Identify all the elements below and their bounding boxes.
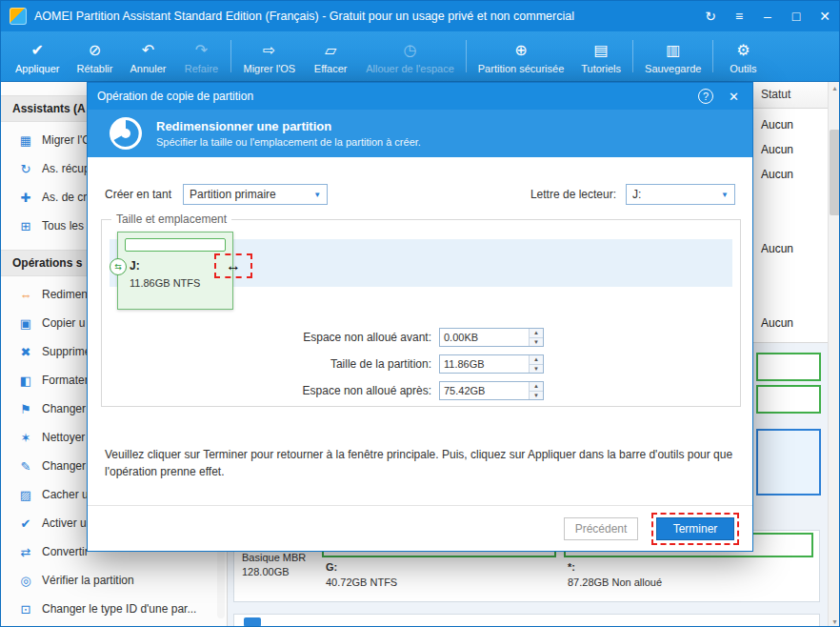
sync-icon[interactable]: ↻ xyxy=(696,1,725,31)
toolbar-label: Sauvegarde xyxy=(645,63,701,74)
allocate-space-icon: ◷ xyxy=(403,39,416,62)
dialog-form-row: Créer en tant Partition primaire Lettre … xyxy=(105,184,735,205)
create-as-select[interactable]: Partition primaire xyxy=(183,184,328,205)
partition-label[interactable]: *: xyxy=(568,561,575,573)
resize-icon: ⇔ xyxy=(18,288,33,302)
list-row[interactable] xyxy=(761,261,822,286)
tutorials-icon: ▤ xyxy=(594,39,609,62)
close-icon[interactable]: ✕ xyxy=(725,90,743,104)
toolbar-label: Effacer xyxy=(314,63,348,74)
aomei-pie-icon xyxy=(109,116,143,151)
spin-up-icon[interactable] xyxy=(530,329,543,338)
spin-up-icon[interactable] xyxy=(530,355,543,365)
field-unallocated-after: Espace non alloué après: 75.42GB xyxy=(226,381,544,400)
partition-bar[interactable] xyxy=(756,385,821,414)
partition-bar[interactable] xyxy=(756,353,821,381)
window-controls: ↻ ≡ – □ ✕ xyxy=(696,1,839,31)
unallocated-before-input[interactable]: 0.00KB xyxy=(439,328,544,347)
sidebar-item-label: Changer le type ID d'une par... xyxy=(42,602,196,616)
list-row[interactable]: Aucun xyxy=(761,162,822,187)
toolbar-label: Appliquer xyxy=(15,63,59,74)
toolbar-outils[interactable]: ⚙ Outils xyxy=(716,31,770,81)
unallocated-after-input[interactable]: 75.42GB xyxy=(439,381,544,400)
sidebar-item-label: Changer xyxy=(42,459,86,473)
toolbar-effacer[interactable]: ▱ Effacer xyxy=(304,31,357,81)
toolbar-label: Outils xyxy=(730,63,756,74)
toolbar: ✔ Appliquer ⊘ Rétablir ↶ Annuler ↷ Refai… xyxy=(1,31,839,82)
partition-size-input[interactable]: 11.86GB xyxy=(439,354,544,374)
scroll-down-icon[interactable] xyxy=(829,616,840,627)
vertical-scrollbar[interactable] xyxy=(828,82,840,627)
toolbar-separator xyxy=(712,40,713,72)
partition-bar-selected[interactable] xyxy=(756,429,821,496)
list-row[interactable]: Aucun xyxy=(761,112,822,137)
field-label: Espace non alloué avant: xyxy=(226,331,431,344)
sidebar-item-label: Migrer l'O xyxy=(42,133,91,147)
toolbar-tutoriels[interactable]: ▤ Tutoriels xyxy=(572,31,630,81)
scroll-up-icon[interactable] xyxy=(829,82,840,94)
field-label: Espace non alloué après: xyxy=(226,384,431,397)
sidebar-item-label: Convertir xyxy=(42,545,89,558)
list-row[interactable] xyxy=(761,286,822,311)
chevron-down-icon xyxy=(721,191,729,199)
list-row[interactable] xyxy=(761,212,822,236)
minimize-button[interactable]: – xyxy=(753,1,782,31)
list-row[interactable]: Aucun xyxy=(761,311,822,335)
toolbar-appliquer[interactable]: ✔ Appliquer xyxy=(7,31,68,81)
spin-down-icon[interactable] xyxy=(530,338,543,347)
list-row[interactable]: Aucun xyxy=(761,137,822,162)
undo-icon: ↶ xyxy=(142,39,154,62)
list-row[interactable]: Aucun xyxy=(761,236,822,261)
drive-letter-select[interactable]: J: xyxy=(626,184,735,205)
field-value[interactable]: 75.42GB xyxy=(440,382,529,399)
partition-preview-block[interactable]: J: 11.86GB NTFS ⇆ ↔ xyxy=(117,232,233,310)
delete-icon: ✖ xyxy=(18,345,33,359)
column-header-statut: Statut xyxy=(761,88,790,101)
toolbar-separator xyxy=(230,40,231,72)
toolbar-annuler[interactable]: ↶ Annuler xyxy=(121,31,174,81)
toolbar-partition-securisee[interactable]: ⊕ Partition sécurisée xyxy=(470,31,573,81)
dialog-title: Opération de copie de partition xyxy=(97,90,253,103)
resize-highlight-box[interactable]: ↔ xyxy=(214,253,252,278)
migrate-os-icon: ⇨ xyxy=(263,39,275,62)
field-value[interactable]: 11.86GB xyxy=(440,355,529,373)
finish-button[interactable]: Terminer xyxy=(656,517,734,540)
scrollbar-thumb[interactable] xyxy=(830,130,840,215)
toolbar-label: Rétablir xyxy=(77,63,113,74)
all-tools-icon: ⊞ xyxy=(18,219,33,233)
disk-type: Basique MBR xyxy=(242,551,330,565)
toolbar-sauvegarde[interactable]: ▥ Sauvegarde xyxy=(636,31,710,81)
toolbar-migrer-os[interactable]: ⇨ Migrer l'OS xyxy=(234,31,304,81)
field-value[interactable]: 0.00KB xyxy=(440,329,529,346)
sidebar-item-check-partition[interactable]: ◎ Vérifier la partition xyxy=(1,566,227,595)
list-row[interactable] xyxy=(761,187,822,212)
disk-row-partial[interactable] xyxy=(233,614,820,627)
sidebar-item-label: Activer u xyxy=(42,516,87,530)
help-icon[interactable]: ? xyxy=(698,89,713,104)
toolbar-separator xyxy=(632,40,633,72)
move-handle-icon[interactable]: ⇆ xyxy=(110,258,127,275)
toolbar-retablir[interactable]: ⊘ Rétablir xyxy=(68,31,121,81)
size-location-group: Taille et emplacement J: 11.86GB NTFS ⇆ … xyxy=(101,219,741,407)
close-button[interactable]: ✕ xyxy=(810,1,839,31)
disk-icon xyxy=(244,617,261,627)
sidebar-item-label: Formater xyxy=(42,374,89,387)
sidebar-item-label: Copier u xyxy=(42,316,85,330)
spin-down-icon[interactable] xyxy=(530,365,543,374)
wipe-icon: ▱ xyxy=(325,39,336,62)
sidebar-item-label: As. récup xyxy=(42,162,90,175)
previous-button[interactable]: Précédent xyxy=(564,517,638,540)
sidebar-item-change-type-id[interactable]: ⊡ Changer le type ID d'une par... xyxy=(1,595,227,623)
sidebar-item-label: Nettoyer xyxy=(42,431,85,444)
activate-icon: ✔ xyxy=(18,516,33,531)
discard-icon: ⊘ xyxy=(89,39,101,62)
menu-icon[interactable]: ≡ xyxy=(725,1,753,31)
create-as-label: Créer en tant xyxy=(105,188,171,201)
spin-up-icon[interactable] xyxy=(530,382,543,392)
partition-label[interactable]: G: xyxy=(326,561,337,573)
maximize-button[interactable]: □ xyxy=(782,1,810,31)
backup-icon: ▥ xyxy=(666,39,680,62)
toolbar-allouer-espace: ◷ Allouer de l'espace xyxy=(357,31,463,81)
sidebar-item-label: Tous les xyxy=(42,219,84,233)
spin-down-icon[interactable] xyxy=(530,392,543,400)
